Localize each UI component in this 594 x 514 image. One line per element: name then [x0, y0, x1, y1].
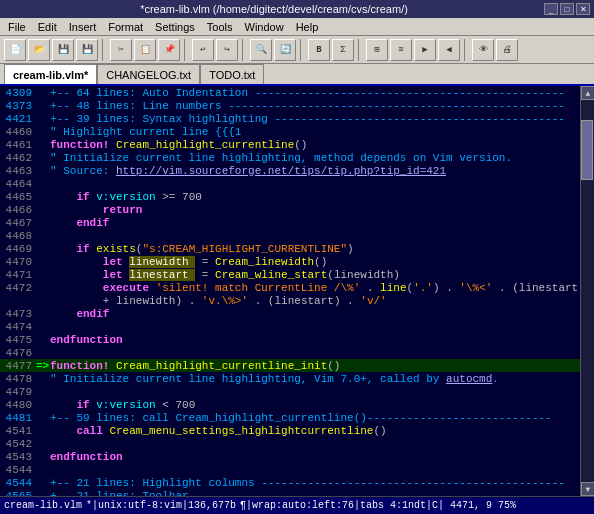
tab-cream-lib[interactable]: cream-lib.vlm* [4, 64, 97, 84]
code-line: 4565 +-- 21 lines: Toolbar -------------… [0, 489, 580, 496]
code-line: 4461 function! Cream_highlight_currentli… [0, 138, 580, 151]
code-line: 4473 endif [0, 307, 580, 320]
scroll-thumb[interactable] [581, 120, 593, 180]
misc-button-2[interactable]: ≡ [390, 39, 412, 61]
code-line: 4469 if exists("s:CREAM_HIGHLIGHT_CURREN… [0, 242, 580, 255]
menu-insert[interactable]: Insert [63, 19, 103, 35]
code-area[interactable]: 4309 +-- 64 lines: Auto Indentation ----… [0, 86, 580, 496]
toolbar: 📄 📂 💾 💾 ✂ 📋 📌 ↩ ↪ 🔍 🔄 B Σ ⊞ ≡ ▶ ◀ 👁 🖨 [0, 36, 594, 64]
menu-settings[interactable]: Settings [149, 19, 201, 35]
editor-scroll[interactable]: 4309 +-- 64 lines: Auto Indentation ----… [0, 86, 580, 496]
code-line: 4543 endfunction [0, 450, 580, 463]
save-all-button[interactable]: 💾 [76, 39, 98, 61]
code-line: 4464 [0, 177, 580, 190]
window-controls[interactable]: _ □ ✕ [544, 3, 590, 15]
toolbar-separator-1 [102, 39, 106, 61]
status-mode: ¶|wrap:auto:left:76|tabs 4:1ndt|C| 4471,… [240, 500, 516, 511]
menu-window[interactable]: Window [239, 19, 290, 35]
code-line: 4421 +-- 39 lines: Syntax highlighting -… [0, 112, 580, 125]
bold-button[interactable]: B [308, 39, 330, 61]
code-line: 4476 [0, 346, 580, 359]
editor-container: 4309 +-- 64 lines: Auto Indentation ----… [0, 86, 594, 496]
code-line: + linewidth) . 'v.\%>' . (linestart) . '… [0, 294, 580, 307]
view-button[interactable]: 👁 [472, 39, 494, 61]
menu-help[interactable]: Help [290, 19, 325, 35]
paste-button[interactable]: 📌 [158, 39, 180, 61]
menu-file[interactable]: File [2, 19, 32, 35]
scroll-track[interactable] [581, 100, 594, 482]
menu-edit[interactable]: Edit [32, 19, 63, 35]
scroll-up-button[interactable]: ▲ [581, 86, 594, 100]
code-line: 4471 let linestart = Cream_wline_start(l… [0, 268, 580, 281]
scrollbar[interactable]: ▲ ▼ [580, 86, 594, 496]
misc-button-4[interactable]: ◀ [438, 39, 460, 61]
print-button[interactable]: 🖨 [496, 39, 518, 61]
window-title: *cream-lib.vlm (/home/digitect/devel/cre… [4, 3, 544, 15]
code-line: 4541 call Cream_menu_settings_highlightc… [0, 424, 580, 437]
menu-tools[interactable]: Tools [201, 19, 239, 35]
maximize-button[interactable]: □ [560, 3, 574, 15]
menu-format[interactable]: Format [102, 19, 149, 35]
tab-todo[interactable]: TODO.txt [200, 64, 264, 84]
title-bar: *cream-lib.vlm (/home/digitect/devel/cre… [0, 0, 594, 18]
code-line: 4373 +-- 48 lines: Line numbers --------… [0, 99, 580, 112]
status-filename: cream-lib.vlm [4, 500, 82, 511]
code-line: 4468 [0, 229, 580, 242]
code-line: 4465 if v:version >= 700 [0, 190, 580, 203]
code-line: 4544 +-- 21 lines: Highlight columns ---… [0, 476, 580, 489]
format-button[interactable]: Σ [332, 39, 354, 61]
redo-button[interactable]: ↪ [216, 39, 238, 61]
code-line-current: 4477 => function! Cream_highlight_curren… [0, 359, 580, 372]
undo-button[interactable]: ↩ [192, 39, 214, 61]
open-button[interactable]: 📂 [28, 39, 50, 61]
new-button[interactable]: 📄 [4, 39, 26, 61]
toolbar-separator-6 [464, 39, 468, 61]
toolbar-separator-3 [242, 39, 246, 61]
cut-button[interactable]: ✂ [110, 39, 132, 61]
toolbar-separator-5 [358, 39, 362, 61]
scroll-down-button[interactable]: ▼ [581, 482, 594, 496]
code-line: 4542 [0, 437, 580, 450]
code-line: 4463 " Source: http://vim.sourceforge.ne… [0, 164, 580, 177]
code-line: 4481 +-- 59 lines: call Cream_highlight_… [0, 411, 580, 424]
toolbar-separator-2 [184, 39, 188, 61]
minimize-button[interactable]: _ [544, 3, 558, 15]
tab-bar: cream-lib.vlm* CHANGELOG.txt TODO.txt [0, 64, 594, 86]
code-line: 4480 if v:version < 700 [0, 398, 580, 411]
code-line: 4474 [0, 320, 580, 333]
status-flags: *|unix:utf-8:vim|136,677b [86, 500, 236, 511]
save-button[interactable]: 💾 [52, 39, 74, 61]
code-line: 4466 return [0, 203, 580, 216]
tab-changelog[interactable]: CHANGELOG.txt [97, 64, 200, 84]
code-line: 4470 let linewidth = Cream_linewidth() [0, 255, 580, 268]
code-line: 4475 endfunction [0, 333, 580, 346]
code-line: 4472 execute 'silent! match CurrentLine … [0, 281, 580, 294]
code-line: 4462 " Initialize current line highlight… [0, 151, 580, 164]
replace-button[interactable]: 🔄 [274, 39, 296, 61]
misc-button-3[interactable]: ▶ [414, 39, 436, 61]
status-bar: cream-lib.vlm *|unix:utf-8:vim|136,677b … [0, 496, 594, 514]
misc-button-1[interactable]: ⊞ [366, 39, 388, 61]
code-line: 4479 [0, 385, 580, 398]
menu-bar: File Edit Insert Format Settings Tools W… [0, 18, 594, 36]
code-line: 4544 [0, 463, 580, 476]
code-line: 4309 +-- 64 lines: Auto Indentation ----… [0, 86, 580, 99]
code-line: 4460 " Highlight current line {{{1 [0, 125, 580, 138]
code-line: 4478 " Initialize current line highlight… [0, 372, 580, 385]
find-button[interactable]: 🔍 [250, 39, 272, 61]
toolbar-separator-4 [300, 39, 304, 61]
close-button[interactable]: ✕ [576, 3, 590, 15]
copy-button[interactable]: 📋 [134, 39, 156, 61]
code-line: 4467 endif [0, 216, 580, 229]
